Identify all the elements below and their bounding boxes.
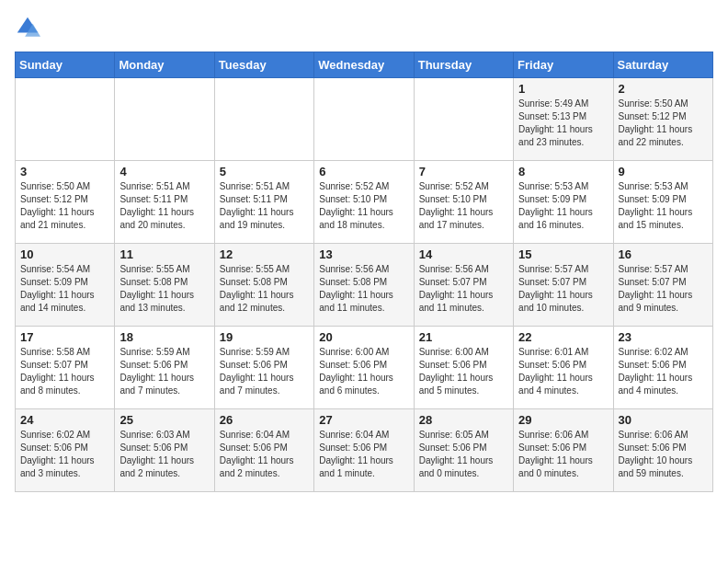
day-detail: Sunrise: 5:53 AM Sunset: 5:09 PM Dayligh… bbox=[619, 180, 708, 232]
day-number: 2 bbox=[619, 82, 708, 96]
day-cell: 13Sunrise: 5:56 AM Sunset: 5:08 PM Dayli… bbox=[314, 244, 414, 327]
day-detail: Sunrise: 5:57 AM Sunset: 5:07 PM Dayligh… bbox=[619, 263, 708, 315]
day-detail: Sunrise: 6:02 AM Sunset: 5:06 PM Dayligh… bbox=[20, 429, 109, 480]
day-number: 14 bbox=[419, 247, 508, 261]
day-cell: 19Sunrise: 5:59 AM Sunset: 5:06 PM Dayli… bbox=[214, 327, 313, 409]
day-cell: 16Sunrise: 5:57 AM Sunset: 5:07 PM Dayli… bbox=[613, 244, 712, 327]
day-number: 20 bbox=[319, 330, 408, 344]
day-number: 3 bbox=[20, 165, 109, 178]
header-cell-sunday: Sunday bbox=[16, 52, 115, 78]
day-detail: Sunrise: 5:55 AM Sunset: 5:08 PM Dayligh… bbox=[220, 263, 309, 315]
day-cell: 3Sunrise: 5:50 AM Sunset: 5:12 PM Daylig… bbox=[16, 161, 115, 244]
day-cell: 20Sunrise: 6:00 AM Sunset: 5:06 PM Dayli… bbox=[314, 327, 414, 409]
day-detail: Sunrise: 6:06 AM Sunset: 5:06 PM Dayligh… bbox=[518, 429, 608, 480]
day-number: 1 bbox=[518, 82, 608, 96]
day-detail: Sunrise: 5:59 AM Sunset: 5:06 PM Dayligh… bbox=[119, 346, 209, 397]
day-detail: Sunrise: 5:51 AM Sunset: 5:11 PM Dayligh… bbox=[119, 180, 209, 232]
day-number: 28 bbox=[419, 413, 508, 427]
day-number: 8 bbox=[518, 165, 608, 178]
week-row-5: 24Sunrise: 6:02 AM Sunset: 5:06 PM Dayli… bbox=[16, 409, 713, 492]
day-detail: Sunrise: 5:52 AM Sunset: 5:10 PM Dayligh… bbox=[319, 180, 408, 232]
header-cell-wednesday: Wednesday bbox=[314, 52, 414, 78]
day-detail: Sunrise: 6:00 AM Sunset: 5:06 PM Dayligh… bbox=[419, 346, 508, 397]
day-number: 19 bbox=[220, 330, 309, 344]
day-cell: 25Sunrise: 6:03 AM Sunset: 5:06 PM Dayli… bbox=[115, 409, 214, 492]
day-detail: Sunrise: 5:58 AM Sunset: 5:07 PM Dayligh… bbox=[20, 346, 109, 397]
day-detail: Sunrise: 6:06 AM Sunset: 5:06 PM Dayligh… bbox=[619, 429, 708, 480]
day-number: 5 bbox=[220, 165, 309, 178]
day-detail: Sunrise: 5:56 AM Sunset: 5:07 PM Dayligh… bbox=[419, 263, 508, 315]
day-number: 24 bbox=[20, 413, 109, 427]
day-detail: Sunrise: 5:51 AM Sunset: 5:11 PM Dayligh… bbox=[220, 180, 309, 232]
day-detail: Sunrise: 5:54 AM Sunset: 5:09 PM Dayligh… bbox=[20, 263, 109, 315]
day-cell: 29Sunrise: 6:06 AM Sunset: 5:06 PM Dayli… bbox=[514, 409, 613, 492]
day-cell: 26Sunrise: 6:04 AM Sunset: 5:06 PM Dayli… bbox=[214, 409, 313, 492]
day-detail: Sunrise: 6:00 AM Sunset: 5:06 PM Dayligh… bbox=[319, 346, 408, 397]
day-cell bbox=[115, 78, 214, 161]
day-cell: 2Sunrise: 5:50 AM Sunset: 5:12 PM Daylig… bbox=[613, 78, 712, 161]
day-cell bbox=[16, 78, 115, 161]
day-cell bbox=[214, 78, 313, 161]
day-number: 17 bbox=[20, 330, 109, 344]
header-cell-thursday: Thursday bbox=[414, 52, 513, 78]
day-detail: Sunrise: 5:50 AM Sunset: 5:12 PM Dayligh… bbox=[20, 180, 109, 232]
day-detail: Sunrise: 6:04 AM Sunset: 5:06 PM Dayligh… bbox=[220, 429, 309, 480]
day-number: 22 bbox=[518, 330, 608, 344]
day-detail: Sunrise: 6:04 AM Sunset: 5:06 PM Dayligh… bbox=[319, 429, 408, 480]
day-cell: 21Sunrise: 6:00 AM Sunset: 5:06 PM Dayli… bbox=[414, 327, 513, 409]
day-number: 25 bbox=[119, 413, 209, 427]
day-number: 18 bbox=[119, 330, 209, 344]
day-detail: Sunrise: 5:49 AM Sunset: 5:13 PM Dayligh… bbox=[518, 98, 608, 149]
day-detail: Sunrise: 5:57 AM Sunset: 5:07 PM Dayligh… bbox=[518, 263, 608, 315]
day-number: 9 bbox=[619, 165, 708, 178]
header-cell-friday: Friday bbox=[514, 52, 613, 78]
day-cell: 18Sunrise: 5:59 AM Sunset: 5:06 PM Dayli… bbox=[115, 327, 214, 409]
day-number: 12 bbox=[220, 247, 309, 261]
day-number: 29 bbox=[518, 413, 608, 427]
logo-icon bbox=[15, 15, 40, 40]
day-detail: Sunrise: 6:01 AM Sunset: 5:06 PM Dayligh… bbox=[518, 346, 608, 397]
day-detail: Sunrise: 5:59 AM Sunset: 5:06 PM Dayligh… bbox=[220, 346, 309, 397]
logo bbox=[15, 15, 44, 40]
day-number: 16 bbox=[619, 247, 708, 261]
day-cell: 24Sunrise: 6:02 AM Sunset: 5:06 PM Dayli… bbox=[16, 409, 115, 492]
week-row-3: 10Sunrise: 5:54 AM Sunset: 5:09 PM Dayli… bbox=[16, 244, 713, 327]
day-detail: Sunrise: 6:02 AM Sunset: 5:06 PM Dayligh… bbox=[619, 346, 708, 397]
day-cell: 10Sunrise: 5:54 AM Sunset: 5:09 PM Dayli… bbox=[16, 244, 115, 327]
day-number: 15 bbox=[518, 247, 608, 261]
day-detail: Sunrise: 5:56 AM Sunset: 5:08 PM Dayligh… bbox=[319, 263, 408, 315]
day-cell: 1Sunrise: 5:49 AM Sunset: 5:13 PM Daylig… bbox=[514, 78, 613, 161]
day-cell: 27Sunrise: 6:04 AM Sunset: 5:06 PM Dayli… bbox=[314, 409, 414, 492]
page-header bbox=[15, 15, 713, 40]
week-row-4: 17Sunrise: 5:58 AM Sunset: 5:07 PM Dayli… bbox=[16, 327, 713, 409]
day-detail: Sunrise: 5:52 AM Sunset: 5:10 PM Dayligh… bbox=[419, 180, 508, 232]
day-number: 6 bbox=[319, 165, 408, 178]
day-number: 21 bbox=[419, 330, 508, 344]
day-number: 10 bbox=[20, 247, 109, 261]
day-cell: 12Sunrise: 5:55 AM Sunset: 5:08 PM Dayli… bbox=[214, 244, 313, 327]
day-number: 11 bbox=[119, 247, 209, 261]
day-cell: 17Sunrise: 5:58 AM Sunset: 5:07 PM Dayli… bbox=[16, 327, 115, 409]
day-number: 27 bbox=[319, 413, 408, 427]
header-cell-saturday: Saturday bbox=[613, 52, 712, 78]
day-cell: 30Sunrise: 6:06 AM Sunset: 5:06 PM Dayli… bbox=[613, 409, 712, 492]
day-cell: 4Sunrise: 5:51 AM Sunset: 5:11 PM Daylig… bbox=[115, 161, 214, 244]
week-row-1: 1Sunrise: 5:49 AM Sunset: 5:13 PM Daylig… bbox=[16, 78, 713, 161]
day-cell bbox=[314, 78, 414, 161]
day-cell: 6Sunrise: 5:52 AM Sunset: 5:10 PM Daylig… bbox=[314, 161, 414, 244]
day-number: 7 bbox=[419, 165, 508, 178]
day-cell: 7Sunrise: 5:52 AM Sunset: 5:10 PM Daylig… bbox=[414, 161, 513, 244]
day-cell: 14Sunrise: 5:56 AM Sunset: 5:07 PM Dayli… bbox=[414, 244, 513, 327]
day-detail: Sunrise: 6:03 AM Sunset: 5:06 PM Dayligh… bbox=[119, 429, 209, 480]
day-detail: Sunrise: 5:50 AM Sunset: 5:12 PM Dayligh… bbox=[619, 98, 708, 149]
day-cell: 9Sunrise: 5:53 AM Sunset: 5:09 PM Daylig… bbox=[613, 161, 712, 244]
day-number: 26 bbox=[220, 413, 309, 427]
day-cell: 5Sunrise: 5:51 AM Sunset: 5:11 PM Daylig… bbox=[214, 161, 313, 244]
day-number: 13 bbox=[319, 247, 408, 261]
calendar-table: SundayMondayTuesdayWednesdayThursdayFrid… bbox=[15, 52, 713, 492]
day-number: 23 bbox=[619, 330, 708, 344]
day-number: 30 bbox=[619, 413, 708, 427]
day-cell: 15Sunrise: 5:57 AM Sunset: 5:07 PM Dayli… bbox=[514, 244, 613, 327]
day-cell: 22Sunrise: 6:01 AM Sunset: 5:06 PM Dayli… bbox=[514, 327, 613, 409]
header-row: SundayMondayTuesdayWednesdayThursdayFrid… bbox=[16, 52, 713, 78]
